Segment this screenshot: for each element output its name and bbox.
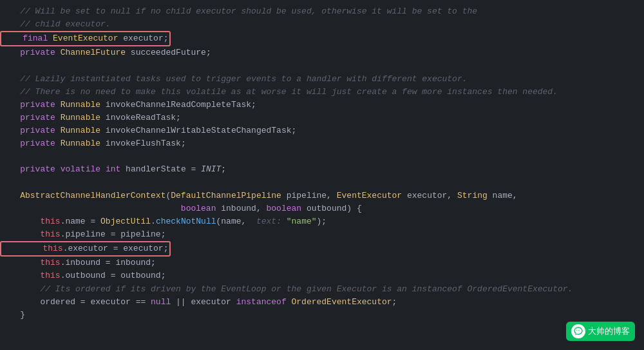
watermark: 大帅的博客 [566, 322, 635, 341]
code-line: this.name = ObjectUtil.checkNotNull(name… [0, 215, 644, 228]
code-line: this.outbound = outbound; [0, 269, 644, 282]
code-line [0, 60, 644, 73]
wechat-icon [571, 324, 585, 338]
code-line: ordered = executor == null || executor i… [0, 296, 644, 309]
code-line [0, 150, 644, 163]
code-line [0, 177, 644, 190]
code-container: // Will be set to null if no child execu… [0, 0, 644, 350]
code-line: private volatile int handlerState = INIT… [0, 163, 644, 176]
watermark-label: 大帅的博客 [588, 326, 630, 337]
code-line: private Runnable invokeChannelWritableSt… [0, 124, 644, 137]
code-line: // Will be set to null if no child execu… [0, 5, 644, 18]
code-line: // There is no need to make this volatil… [0, 86, 644, 99]
code-line: // Lazily instantiated tasks used to tri… [0, 73, 644, 86]
code-line: // Its ordered if its driven by the Even… [0, 283, 644, 296]
code-line: this.executor = executor; [0, 241, 644, 257]
code-line: } [0, 309, 644, 322]
code-line: private ChannelFuture succeededFuture; [0, 46, 644, 59]
code-line: private Runnable invokeFlushTask; [0, 137, 644, 150]
code-line: final EventExecutor executor; [0, 31, 644, 46]
code-line: this.inbound = inbound; [0, 257, 644, 269]
code-line: boolean inbound, boolean outbound) { [0, 202, 644, 215]
code-line: this.pipeline = pipeline; [0, 228, 644, 241]
code-line: private Runnable invokeChannelReadComple… [0, 99, 644, 112]
code-line: AbstractChannelHandlerContext(DefaultCha… [0, 190, 644, 202]
code-line: // child executor. [0, 18, 644, 31]
code-line: private Runnable invokeReadTask; [0, 112, 644, 124]
